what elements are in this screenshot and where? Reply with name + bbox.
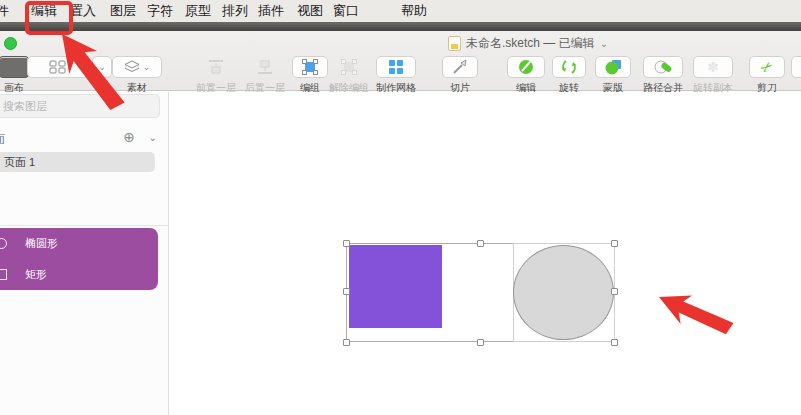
selection-handle-top-right[interactable]: [611, 240, 618, 247]
pages-header-label: 页面: [0, 131, 5, 148]
path-merge-icon: [654, 59, 672, 75]
ellipse-layer-icon: [0, 238, 7, 249]
tool-send-backward: 后置一层: [240, 56, 290, 95]
boolean-ops-button[interactable]: [643, 56, 683, 78]
layers-stack-icon: [124, 60, 140, 74]
title-chevron-icon[interactable]: ⌄: [600, 38, 608, 49]
knife-icon: [452, 59, 468, 75]
rosette-icon: ✽: [707, 60, 719, 74]
add-page-icon[interactable]: ⊕: [123, 129, 135, 145]
menu-plugins[interactable]: 插件: [258, 0, 284, 22]
tool-boolean-ops[interactable]: 路径合并: [636, 56, 690, 95]
selection-handle-top-left[interactable]: [343, 240, 350, 247]
cutoff-right-button[interactable]: [791, 56, 801, 78]
slice-button[interactable]: [442, 56, 478, 78]
menu-window[interactable]: 窗口: [333, 0, 359, 22]
document-title-area[interactable]: 未命名.sketch — 已编辑 ⌄: [448, 35, 608, 52]
edit-pen-icon: [518, 59, 534, 75]
tool-rotate[interactable]: 旋转: [552, 56, 586, 95]
tool-slice[interactable]: 切片: [442, 56, 478, 95]
blue-grid-icon: [389, 60, 404, 75]
bring-forward-icon: [207, 59, 225, 75]
chevron-down-icon: ⌄: [143, 62, 151, 72]
gray-ellipse-shape[interactable]: [513, 245, 614, 340]
traffic-light-green[interactable]: [4, 37, 17, 50]
window-titlebar: 未命名.sketch — 已编辑 ⌄ 画布 ⌄: [0, 31, 801, 91]
selection-handle-bottom-left[interactable]: [343, 339, 350, 346]
tool-edit[interactable]: 编辑: [507, 56, 545, 95]
rotate-button[interactable]: [552, 56, 586, 78]
layer-row-rectangle[interactable]: 矩形: [0, 259, 158, 290]
scissors-icon: ✂: [758, 58, 776, 76]
make-grid-button[interactable]: [376, 56, 416, 78]
tool-cutoff-right[interactable]: [791, 56, 801, 78]
layer-row-ellipse[interactable]: 椭圆形: [0, 228, 158, 259]
mask-icon: [605, 59, 622, 75]
artboard-grid-button[interactable]: [27, 56, 89, 78]
rotate-copies-button: ✽: [693, 56, 733, 78]
tool-ungroup: 解除编组: [324, 56, 374, 95]
desktop-strip: [0, 22, 801, 31]
selection-handle-top-mid[interactable]: [477, 240, 484, 247]
menu-view[interactable]: 视图: [297, 0, 323, 22]
menu-layer[interactable]: 图层: [110, 0, 136, 22]
tool-group[interactable]: 编组: [292, 56, 328, 95]
assets-button[interactable]: ⌄: [112, 56, 162, 78]
selected-layers-block: 椭圆形 矩形: [0, 228, 158, 290]
mask-button[interactable]: [595, 56, 631, 78]
menu-help[interactable]: 帮助: [401, 0, 427, 22]
tool-scissors[interactable]: ✂ 剪刀: [749, 56, 785, 95]
scissors-button[interactable]: ✂: [749, 56, 785, 78]
selection-handle-bottom-mid[interactable]: [477, 339, 484, 346]
edit-button[interactable]: [507, 56, 545, 78]
menu-file[interactable]: 文件: [0, 0, 9, 22]
menu-bar: 文件 编辑 置入 图层 字符 原型 排列 插件 视图 窗口 帮助: [0, 0, 801, 22]
layers-divider: [0, 225, 169, 226]
group-button[interactable]: [292, 56, 328, 78]
rectangle-layer-icon: [0, 269, 7, 280]
selection-handle-mid-right[interactable]: [611, 288, 618, 295]
rotate-arrows-icon: [561, 59, 577, 75]
tool-canvas-dropdown[interactable]: ⌄: [92, 56, 112, 78]
tool-mask[interactable]: 蒙版: [595, 56, 631, 95]
chevron-down-icon: ⌄: [98, 62, 106, 72]
collapse-pages-icon[interactable]: ⌄: [149, 132, 157, 143]
pages-header: 页面 ⊕ ⌄: [0, 128, 169, 150]
menu-arrange[interactable]: 排列: [222, 0, 248, 22]
canvas-area[interactable]: [170, 92, 801, 415]
send-backward-icon: [256, 59, 274, 75]
ungroup-selection-icon: [341, 59, 357, 75]
grid-2x2-icon: [49, 60, 67, 74]
send-backward-button: [245, 56, 285, 78]
layers-sidebar: 页面 ⊕ ⌄ 页面 1 椭圆形 矩形: [0, 92, 169, 415]
menu-edit[interactable]: 编辑: [31, 0, 57, 22]
tool-artboard-grid[interactable]: [27, 56, 89, 78]
bring-forward-button: [196, 56, 236, 78]
search-input[interactable]: [0, 94, 160, 118]
canvas-dropdown-button[interactable]: ⌄: [92, 56, 112, 78]
selection-handle-mid-left[interactable]: [343, 288, 350, 295]
tool-assets[interactable]: ⌄ 素材: [112, 56, 162, 95]
ungroup-button: [329, 56, 369, 78]
page-item-1[interactable]: 页面 1: [0, 152, 155, 172]
group-selection-icon: [302, 59, 318, 75]
menu-text[interactable]: 字符: [147, 0, 173, 22]
canvas-dark-button[interactable]: [0, 56, 30, 78]
menu-prototype[interactable]: 原型: [185, 0, 211, 22]
selection-handle-bottom-right[interactable]: [611, 339, 618, 346]
purple-rectangle-shape[interactable]: [349, 245, 442, 328]
tool-bring-forward: 前置一层: [191, 56, 241, 95]
document-title: 未命名.sketch — 已编辑: [466, 35, 595, 52]
document-icon: [448, 36, 461, 51]
tool-make-grid[interactable]: 制作网格: [374, 56, 418, 95]
menu-insert[interactable]: 置入: [70, 0, 96, 22]
tool-rotate-copies: ✽ 旋转副本: [691, 56, 735, 95]
